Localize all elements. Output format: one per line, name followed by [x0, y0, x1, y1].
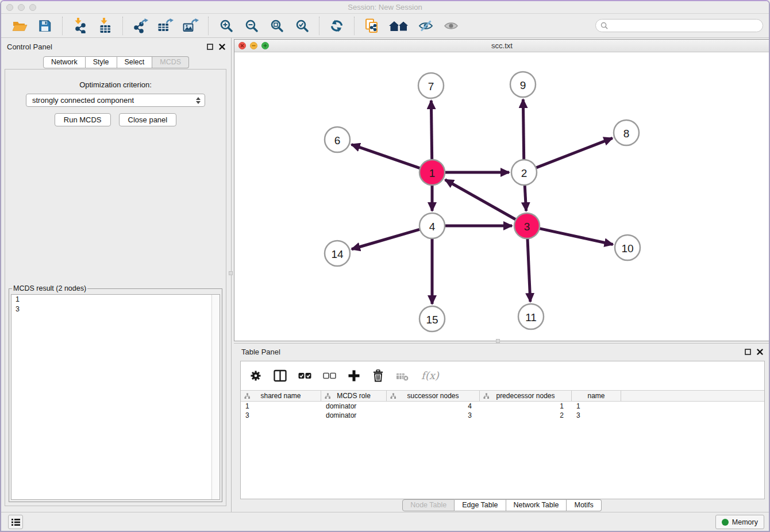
- first-neighbors-button[interactable]: [387, 16, 410, 36]
- hide-eye-icon: [418, 20, 433, 32]
- select-all-columns-button[interactable]: [298, 370, 311, 381]
- zoom-fit-button[interactable]: [267, 16, 286, 36]
- import-table-button[interactable]: [95, 16, 115, 36]
- graph-node-11[interactable]: 11: [518, 304, 544, 329]
- new-network-from-selection-button[interactable]: [362, 16, 382, 36]
- memory-button[interactable]: Memory: [715, 515, 764, 529]
- zoom-out-button[interactable]: [241, 16, 261, 36]
- network-view-window: scc.txt 7968124314101511: [234, 39, 770, 341]
- mcds-result-title: MCDS result (2 nodes): [12, 284, 87, 292]
- control-panel-header: Control Panel: [7, 41, 225, 52]
- graph-edge-1-6[interactable]: [352, 144, 421, 168]
- table-row[interactable]: 3dominator323: [241, 411, 764, 420]
- close-view-icon[interactable]: [238, 42, 246, 49]
- graph-edge-1-7[interactable]: [431, 101, 432, 160]
- graph-node-4[interactable]: 4: [419, 213, 445, 238]
- show-column-panel-button[interactable]: [274, 369, 287, 382]
- mcds-result-fieldset: MCDS result (2 nodes) 13: [9, 284, 222, 502]
- export-table-button[interactable]: [156, 16, 175, 36]
- graph-node-7[interactable]: 7: [418, 73, 444, 98]
- control-panel-tab-style[interactable]: Style: [86, 56, 117, 68]
- graph-edge-4-14[interactable]: [352, 229, 420, 249]
- create-column-button[interactable]: [348, 369, 360, 382]
- table-row[interactable]: 1dominator411: [241, 402, 764, 411]
- table-body[interactable]: 1dominator4113dominator323: [241, 402, 764, 499]
- function-fx-icon: f(x): [421, 369, 440, 382]
- search-box[interactable]: [595, 19, 763, 32]
- graph-edge-2-3[interactable]: [525, 185, 526, 211]
- graph-node-15[interactable]: 15: [419, 306, 445, 331]
- criterion-dropdown[interactable]: strongly connected component: [26, 94, 205, 107]
- graph-edge-3-11[interactable]: [528, 238, 530, 302]
- column-tree-icon: [390, 393, 396, 401]
- graph-node-14[interactable]: 14: [325, 241, 350, 266]
- deselect-all-columns-button[interactable]: [323, 370, 336, 381]
- show-panels-button[interactable]: [8, 515, 23, 529]
- graph-edge-2-9[interactable]: [523, 99, 523, 160]
- close-table-panel-icon[interactable]: [757, 349, 763, 355]
- table-settings-button[interactable]: [249, 369, 262, 382]
- import-network-button[interactable]: [70, 16, 90, 36]
- minimize-view-icon[interactable]: [250, 42, 257, 49]
- control-panel-tab-mcds[interactable]: MCDS: [152, 56, 189, 68]
- search-input[interactable]: [611, 22, 758, 30]
- control-panel-tab-network[interactable]: Network: [43, 56, 86, 68]
- close-panel-icon[interactable]: [219, 44, 225, 50]
- table-tab-edge-table[interactable]: Edge Table: [455, 499, 506, 511]
- graph-node-10[interactable]: 10: [615, 235, 640, 260]
- delete-table-icon: [396, 370, 409, 381]
- hide-selected-button[interactable]: [416, 16, 436, 36]
- graph-node-8[interactable]: 8: [614, 120, 639, 145]
- minimize-window-icon[interactable]: [18, 4, 25, 11]
- delete-columns-button[interactable]: [372, 369, 384, 382]
- column-header-predecessor-nodes[interactable]: predecessor nodes: [480, 391, 572, 401]
- float-panel-icon[interactable]: [207, 44, 213, 50]
- column-tree-icon: [244, 393, 251, 401]
- maximize-window-icon[interactable]: [29, 4, 36, 11]
- search-icon: [600, 22, 608, 29]
- column-header-name[interactable]: name: [572, 391, 621, 401]
- graph-node-1[interactable]: 1: [419, 160, 445, 185]
- close-panel-button[interactable]: Close panel: [119, 113, 177, 126]
- graph-edge-3-10[interactable]: [539, 229, 613, 245]
- table-toolbar: f(x): [241, 361, 764, 390]
- zoom-selected-button[interactable]: [292, 16, 311, 36]
- table-cell: dominator: [321, 411, 387, 420]
- export-image-button[interactable]: [181, 16, 201, 36]
- open-session-button[interactable]: [10, 16, 29, 36]
- run-mcds-button[interactable]: Run MCDS: [55, 113, 111, 126]
- apply-layout-button[interactable]: [327, 16, 346, 36]
- splitter-grip[interactable]: [496, 339, 500, 343]
- splitter-grip[interactable]: [229, 271, 233, 275]
- table-tab-motifs[interactable]: Motifs: [567, 499, 601, 511]
- mcds-result-list[interactable]: 13: [11, 294, 220, 500]
- graph-node-3[interactable]: 3: [514, 213, 540, 238]
- control-panel-tabs: NetworkStyleSelectMCDS: [1, 56, 231, 68]
- control-panel-tab-select[interactable]: Select: [117, 56, 153, 68]
- column-header-MCDS-role[interactable]: MCDS role: [321, 391, 387, 401]
- main-toolbar: [1, 14, 769, 38]
- graph-edge-2-8[interactable]: [536, 138, 613, 168]
- zoom-in-button[interactable]: [216, 16, 236, 36]
- graph-node-2[interactable]: 2: [511, 160, 537, 185]
- column-header-successor-nodes[interactable]: successor nodes: [387, 391, 480, 401]
- save-session-button[interactable]: [35, 16, 55, 36]
- column-header-shared-name[interactable]: shared name: [241, 391, 321, 401]
- table-tab-node-table[interactable]: Node Table: [402, 499, 455, 511]
- mcds-result-item[interactable]: 1: [11, 295, 220, 304]
- control-panel: Control Panel NetworkStyleSelectMCDS Opt…: [1, 38, 232, 512]
- svg-text:9: 9: [520, 79, 526, 91]
- result-scrollbar[interactable]: [211, 295, 220, 499]
- maximize-view-icon[interactable]: [261, 42, 269, 49]
- table-tab-network-table[interactable]: Network Table: [506, 499, 567, 511]
- graph-node-6[interactable]: 6: [325, 127, 350, 152]
- network-window-titlebar[interactable]: scc.txt: [234, 40, 769, 52]
- svg-text:8: 8: [623, 128, 630, 140]
- export-network-button[interactable]: [130, 16, 150, 36]
- close-window-icon[interactable]: [6, 4, 13, 11]
- mcds-result-item[interactable]: 3: [11, 304, 220, 314]
- float-table-panel-icon[interactable]: [745, 349, 751, 355]
- graph-node-9[interactable]: 9: [510, 72, 536, 97]
- graph-edge-3-1[interactable]: [445, 180, 516, 219]
- network-graph[interactable]: 7968124314101511: [234, 52, 769, 341]
